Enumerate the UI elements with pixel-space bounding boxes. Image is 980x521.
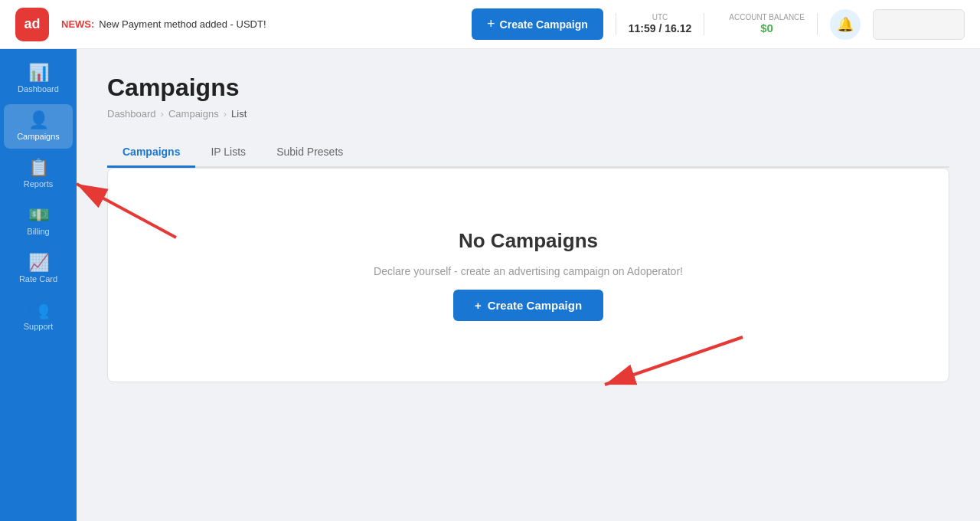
breadcrumb-sep-2: › xyxy=(224,108,227,120)
no-campaigns-description: Declare yourself - create an advertising… xyxy=(374,265,683,277)
notification-bell-button[interactable]: 🔔 xyxy=(830,9,861,40)
news-bar: NEWS: New Payment method added - USDT! xyxy=(61,18,459,30)
dashboard-icon: 📊 xyxy=(28,64,49,81)
create-campaign-button-center[interactable]: + Create Campaign xyxy=(453,290,603,321)
create-campaign-plus-icon: + xyxy=(475,299,482,312)
create-campaign-label-top: Create Campaign xyxy=(500,18,588,31)
sidebar-label-reports: Reports xyxy=(24,179,54,188)
topbar-right: + Create Campaign UTC 11:59 / 16.12 ACCO… xyxy=(472,8,965,40)
sidebar-label-rate-card: Rate Card xyxy=(19,274,57,283)
sidebar-item-billing[interactable]: 💵 Billing xyxy=(4,199,73,244)
billing-icon: 💵 xyxy=(28,207,49,224)
news-label: NEWS: xyxy=(61,18,94,30)
main-content: Campaigns Dashboard › Campaigns › List C… xyxy=(77,49,980,521)
main-layout: 📊 Dashboard 👤 Campaigns 📋 Reports 💵 Bill… xyxy=(0,49,980,521)
balance-block: ACCOUNT BALANCE $0 xyxy=(717,13,818,35)
page-title: Campaigns xyxy=(107,74,949,102)
sidebar-label-dashboard: Dashboard xyxy=(18,84,59,93)
sidebar-item-support[interactable]: 👥 Support xyxy=(4,294,73,339)
sidebar-label-campaigns: Campaigns xyxy=(17,132,60,141)
user-avatar[interactable] xyxy=(873,9,965,40)
sidebar: 📊 Dashboard 👤 Campaigns 📋 Reports 💵 Bill… xyxy=(0,49,77,521)
rate-card-icon: 📈 xyxy=(28,254,49,271)
breadcrumb-section: Campaigns xyxy=(168,108,219,120)
support-icon: 👥 xyxy=(28,302,49,319)
campaigns-empty-box: No Campaigns Declare yourself - create a… xyxy=(107,168,949,382)
sidebar-item-rate-card[interactable]: 📈 Rate Card xyxy=(4,247,73,291)
balance-label: ACCOUNT BALANCE xyxy=(729,13,805,21)
breadcrumb-current: List xyxy=(231,108,247,120)
news-text: New Payment method added - USDT! xyxy=(99,18,266,30)
logo: ad xyxy=(15,8,49,41)
campaigns-icon: 👤 xyxy=(28,112,49,129)
utc-block: UTC 11:59 / 16.12 xyxy=(616,13,705,35)
logo-text: ad xyxy=(24,16,40,32)
reports-icon: 📋 xyxy=(28,159,49,176)
breadcrumb-sep-1: › xyxy=(161,108,164,120)
create-campaign-button-top[interactable]: + Create Campaign xyxy=(472,8,603,40)
sidebar-item-dashboard[interactable]: 📊 Dashboard xyxy=(4,57,73,101)
create-campaign-label-center: Create Campaign xyxy=(488,299,582,312)
no-campaigns-title: No Campaigns xyxy=(459,229,598,253)
sidebar-item-reports[interactable]: 📋 Reports xyxy=(4,152,73,196)
tabs-bar: Campaigns IP Lists Subid Presets xyxy=(107,138,949,168)
balance-value: $0 xyxy=(760,21,773,34)
breadcrumb: Dashboard › Campaigns › List xyxy=(107,108,949,120)
tab-subid-presets[interactable]: Subid Presets xyxy=(261,138,358,168)
bell-icon: 🔔 xyxy=(837,16,854,33)
utc-time: 11:59 / 16.12 xyxy=(629,22,692,34)
plus-icon: + xyxy=(487,16,495,32)
sidebar-item-campaigns[interactable]: 👤 Campaigns xyxy=(4,104,73,149)
breadcrumb-home: Dashboard xyxy=(107,108,156,120)
topbar: ad NEWS: New Payment method added - USDT… xyxy=(0,0,980,49)
sidebar-label-billing: Billing xyxy=(27,227,49,236)
utc-label: UTC xyxy=(629,13,692,21)
tab-ip-lists[interactable]: IP Lists xyxy=(195,138,261,168)
tab-campaigns[interactable]: Campaigns xyxy=(107,138,195,168)
sidebar-label-support: Support xyxy=(24,322,54,331)
